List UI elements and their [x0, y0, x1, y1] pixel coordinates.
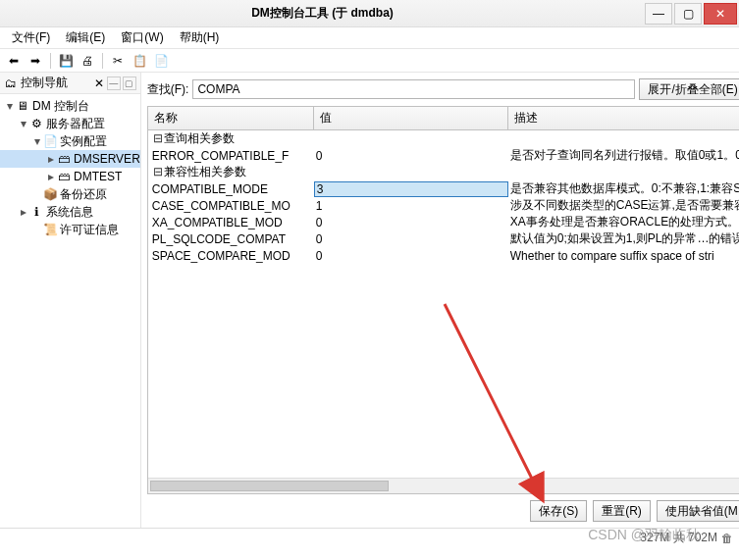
tree-instance-config[interactable]: ▾📄实例配置 [0, 132, 140, 150]
nav-title: 控制导航 [21, 75, 91, 91]
title-bar: DM控制台工具 (于 dmdba) — ▢ ✕ [0, 0, 739, 27]
nav-min-icon[interactable]: — [107, 76, 121, 90]
gear-icon: ⚙ [29, 117, 43, 130]
table-row[interactable]: CASE_COMPATIBLE_MO1涉及不同数据类型的CASE运算,是否需要兼… [148, 197, 739, 214]
paste-icon[interactable]: 📄 [151, 51, 171, 71]
cut-icon[interactable]: ✂ [108, 51, 128, 71]
copy-icon[interactable]: 📋 [130, 51, 149, 71]
console-icon: 🖥 [16, 99, 29, 113]
table-row[interactable]: ERROR_COMPATIBLE_F0是否对子查询同名列进行报错。取值0或1。0 [148, 147, 739, 164]
nav-pane: 🗂 控制导航 ✕ — ▢ ▾🖥DM 控制台 ▾⚙服务器配置 ▾📄实例配置 ▸🗃D… [0, 73, 141, 528]
search-row: 查找(F): 展开/折叠全部(E) [141, 73, 739, 106]
tree-license-info[interactable]: 📜许可证信息 [0, 221, 140, 238]
nav-close-icon[interactable]: ✕ [91, 76, 107, 90]
table-row[interactable]: XA_COMPATIBLE_MOD0XA事务处理是否兼容ORACLE的处理方式。… [148, 214, 739, 230]
search-input[interactable] [192, 79, 635, 99]
menu-window[interactable]: 窗口(W) [113, 27, 171, 48]
save-icon[interactable]: 💾 [56, 51, 76, 71]
tree-dmserver[interactable]: ▸🗃DMSERVER [0, 150, 140, 168]
search-label: 查找(F): [147, 81, 189, 98]
reset-button[interactable]: 重置(R) [593, 500, 651, 522]
tree-backup-restore[interactable]: 📦备份还原 [0, 185, 140, 203]
table-header: 名称 值 描述 [148, 107, 739, 130]
expand-collapse-button[interactable]: 展开/折叠全部(E) [639, 78, 739, 100]
gc-icon[interactable]: 🗑 [721, 532, 733, 545]
nav-tree: ▾🖥DM 控制台 ▾⚙服务器配置 ▾📄实例配置 ▸🗃DMSERVER ▸🗃DMT… [0, 94, 140, 528]
h-scrollbar[interactable] [148, 478, 739, 493]
db-icon: 🗃 [57, 152, 71, 166]
maximize-button[interactable]: ▢ [674, 3, 702, 25]
backup-icon: 📦 [43, 187, 57, 201]
menu-edit[interactable]: 编辑(E) [58, 27, 113, 48]
main-area: 🗂 控制导航 ✕ — ▢ ▾🖥DM 控制台 ▾⚙服务器配置 ▾📄实例配置 ▸🗃D… [0, 73, 739, 528]
watermark: CSDN @羽翰临秋 [588, 527, 700, 544]
tree-root[interactable]: ▾🖥DM 控制台 [0, 97, 140, 115]
tree-server-config[interactable]: ▾⚙服务器配置 [0, 115, 140, 132]
nav-max-icon[interactable]: ▢ [123, 76, 136, 90]
nav-back-icon[interactable]: ⬅ [4, 51, 24, 71]
table-row[interactable]: COMPATIBLE_MODE3是否兼容其他数据库模式。0:不兼容,1:兼容S [148, 180, 739, 197]
table-body: ⊟查询相关参数ERROR_COMPATIBLE_F0是否对子查询同名列进行报错。… [148, 130, 739, 478]
defaults-button[interactable]: 使用缺省值(M [657, 500, 739, 522]
window-title: DM控制台工具 (于 dmdba) [0, 5, 645, 22]
col-value[interactable]: 值 [314, 107, 508, 129]
table-row[interactable]: PL_SQLCODE_COMPAT0默认值为0;如果设置为1,则PL的异常…的错… [148, 230, 739, 247]
nav-fwd-icon[interactable]: ➡ [26, 51, 45, 71]
info-icon: ℹ [29, 205, 43, 219]
params-table: 名称 值 描述 ⊟查询相关参数ERROR_COMPATIBLE_F0是否对子查询… [147, 106, 739, 494]
separator [50, 53, 51, 69]
group-row[interactable]: ⊟查询相关参数 [148, 130, 739, 147]
col-name[interactable]: 名称 [148, 107, 314, 129]
print-icon[interactable]: 🖨 [78, 51, 97, 71]
doc-icon: 📄 [43, 134, 57, 148]
menu-help[interactable]: 帮助(H) [172, 27, 228, 48]
menu-bar: 文件(F) 编辑(E) 窗口(W) 帮助(H) [0, 27, 739, 49]
tree-dmtest[interactable]: ▸🗃DMTEST [0, 168, 140, 185]
close-button[interactable]: ✕ [704, 3, 737, 25]
license-icon: 📜 [43, 223, 57, 236]
button-row: 保存(S) 重置(R) 使用缺省值(M [141, 494, 739, 528]
separator [102, 53, 103, 69]
db-icon: 🗃 [57, 170, 71, 183]
toolbar: ⬅ ➡ 💾 🖨 ✂ 📋 📄 [0, 49, 739, 73]
menu-file[interactable]: 文件(F) [4, 27, 58, 48]
content-pane: 查找(F): 展开/折叠全部(E) 名称 值 描述 ⊟查询相关参数ERROR_C… [141, 73, 739, 528]
table-row[interactable]: SPACE_COMPARE_MOD0Whether to compare suf… [148, 247, 739, 264]
nav-icon: 🗂 [4, 76, 18, 90]
col-desc[interactable]: 描述 [508, 107, 739, 129]
nav-header: 🗂 控制导航 ✕ — ▢ [0, 73, 140, 94]
tree-system-info[interactable]: ▸ℹ系统信息 [0, 203, 140, 221]
minimize-button[interactable]: — [645, 3, 672, 25]
save-button[interactable]: 保存(S) [530, 500, 587, 522]
group-row[interactable]: ⊟兼容性相关参数 [148, 164, 739, 180]
